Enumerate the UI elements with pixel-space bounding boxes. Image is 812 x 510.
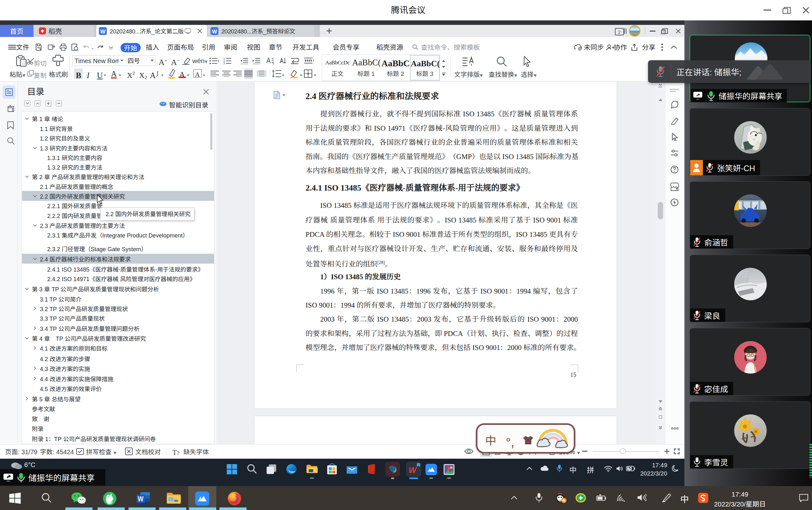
svg-text:3: 3 — [223, 61, 225, 64]
